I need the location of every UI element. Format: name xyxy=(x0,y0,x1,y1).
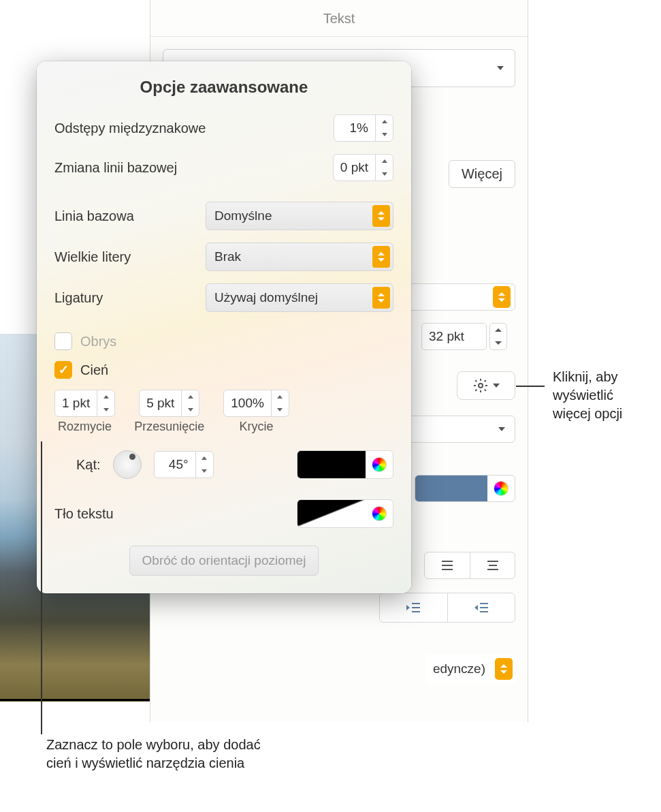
text-bg-label: Tło tekstu xyxy=(54,506,114,522)
align-option[interactable] xyxy=(425,552,470,578)
font-size-value: 32 pkt xyxy=(429,329,464,344)
caps-label: Wielkie litery xyxy=(54,249,131,265)
baseline-shift-input[interactable]: 0 pkt xyxy=(333,154,393,181)
align-lines-icon xyxy=(440,560,454,571)
chevron-down-icon xyxy=(493,384,500,388)
stepper[interactable] xyxy=(181,390,199,416)
shadow-opacity-input[interactable]: 100% xyxy=(223,390,289,417)
inspector-header: Tekst xyxy=(150,0,528,37)
shadow-label: Cień xyxy=(80,362,108,378)
angle-input[interactable]: 45° xyxy=(154,451,214,478)
indent-decrease[interactable] xyxy=(380,593,447,622)
shadow-offset-label: Przesunięcie xyxy=(134,420,204,434)
color-wheel-button[interactable] xyxy=(366,500,393,527)
ligatures-label: Ligatury xyxy=(54,290,103,306)
ligatures-select[interactable]: Używaj domyślnej xyxy=(206,283,393,312)
stepper[interactable] xyxy=(271,390,289,416)
angle-value: 45° xyxy=(155,457,195,472)
color-wheel-icon xyxy=(494,481,509,496)
shadow-offset-value: 5 pkt xyxy=(140,396,181,411)
svg-marker-7 xyxy=(406,605,410,610)
color-wheel-icon xyxy=(372,457,387,472)
caps-select[interactable]: Brak xyxy=(206,243,393,271)
angle-dot-icon xyxy=(129,454,135,460)
outline-label: Obrys xyxy=(80,334,116,349)
callout-line xyxy=(41,441,42,734)
select-arrows-icon xyxy=(372,246,390,268)
font-size-input[interactable]: 32 pkt xyxy=(421,323,487,350)
ligatures-value: Używaj domyślnej xyxy=(206,290,370,305)
baseline-value: Domyślne xyxy=(206,208,370,223)
popover-title: Opcje zaawansowane xyxy=(54,78,393,97)
indent-increase[interactable] xyxy=(447,593,515,622)
color-swatch xyxy=(415,475,487,501)
indent-segmented-control[interactable] xyxy=(379,593,515,623)
indent-icon xyxy=(474,602,489,614)
shadow-opacity-label: Krycie xyxy=(240,420,274,434)
baseline-select[interactable]: Domyślne xyxy=(206,202,393,230)
font-size-stepper[interactable] xyxy=(489,323,507,350)
shadow-offset-input[interactable]: 5 pkt xyxy=(139,390,199,417)
shadow-checkbox[interactable] xyxy=(54,361,72,379)
line-spacing-select[interactable]: edyncze) xyxy=(426,654,515,684)
color-wheel-button[interactable] xyxy=(366,451,393,478)
char-spacing-input[interactable]: 1% xyxy=(334,114,393,142)
baseline-shift-value: 0 pkt xyxy=(334,160,375,175)
rotate-orientation-button[interactable]: Obróć do orientacji poziomej xyxy=(129,546,319,576)
shadow-color-picker[interactable] xyxy=(297,450,393,479)
more-button[interactable]: Więcej xyxy=(449,160,515,188)
gear-icon xyxy=(472,377,489,394)
char-spacing-value: 1% xyxy=(334,121,375,136)
indent-icon xyxy=(406,602,421,614)
spacing-value: edyncze) xyxy=(426,661,492,676)
svg-point-0 xyxy=(479,384,483,388)
baseline-shift-label: Zmiana linii bazowej xyxy=(54,160,177,176)
color-wheel-icon xyxy=(372,506,387,521)
stepper[interactable] xyxy=(375,155,393,181)
text-color-picker[interactable] xyxy=(415,475,515,502)
chevron-down-icon xyxy=(497,66,504,70)
char-spacing-label: Odstępy międzyznakowe xyxy=(54,121,206,136)
outline-checkbox[interactable] xyxy=(54,332,72,350)
advanced-options-popover: Opcje zaawansowane Odstępy międzyznakowe… xyxy=(37,61,411,593)
stepper[interactable] xyxy=(195,452,213,478)
angle-label: Kąt: xyxy=(76,457,101,473)
callout-line xyxy=(516,386,545,387)
align-option[interactable] xyxy=(470,552,515,578)
shadow-blur-label: Rozmycie xyxy=(58,420,112,434)
callout-gear-text: Kliknij, aby wyświetlić więcej opcji xyxy=(553,368,655,423)
stepper-icon xyxy=(493,286,511,308)
svg-marker-11 xyxy=(474,605,478,610)
alignment-segmented-control[interactable] xyxy=(424,552,515,579)
color-wheel-button[interactable] xyxy=(487,475,515,501)
shadow-opacity-value: 100% xyxy=(224,396,271,411)
callout-shadow-text: Zaznacz to pole wyboru, aby dodać cień i… xyxy=(46,736,264,772)
shadow-blur-value: 1 pkt xyxy=(55,396,97,411)
align-lines-icon xyxy=(486,560,500,571)
caps-value: Brak xyxy=(206,249,370,264)
chevron-down-icon xyxy=(498,427,505,431)
select-arrows-icon xyxy=(372,205,390,227)
advanced-options-gear-button[interactable] xyxy=(457,371,515,400)
shadow-blur-input[interactable]: 1 pkt xyxy=(54,390,115,417)
color-swatch-none xyxy=(297,500,366,527)
image-bottom-border xyxy=(0,699,150,701)
angle-dial[interactable] xyxy=(113,450,142,479)
select-arrows-icon xyxy=(372,287,390,309)
stepper[interactable] xyxy=(97,390,114,416)
text-bg-color-picker[interactable] xyxy=(297,499,393,528)
baseline-label: Linia bazowa xyxy=(54,208,134,224)
color-swatch-black xyxy=(297,451,366,478)
stepper-icon xyxy=(495,658,513,680)
stepper[interactable] xyxy=(375,115,393,141)
